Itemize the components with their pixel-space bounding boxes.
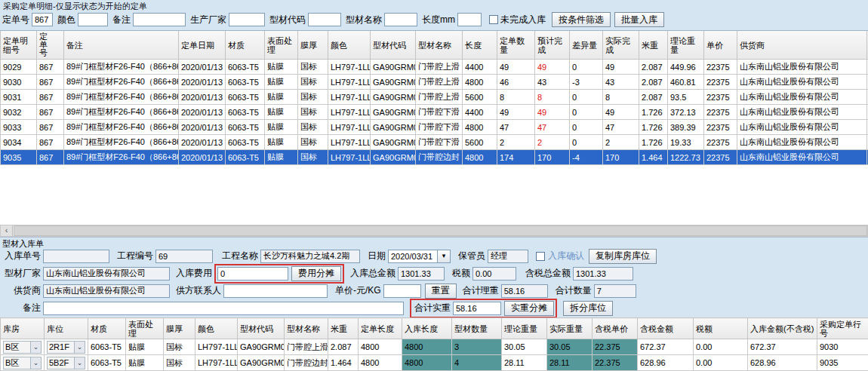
cell-line_no[interactable]: 9035 — [817, 355, 868, 371]
cell-t_weight[interactable]: 93.5 — [668, 90, 704, 105]
col-header-color[interactable]: 颜色 — [195, 318, 238, 339]
cell-id[interactable]: 9030 — [1, 75, 37, 90]
cell-diff[interactable]: 0 — [570, 90, 603, 105]
cell-amount_notax[interactable]: 628.96 — [748, 355, 817, 371]
cell-qty[interactable]: 47 — [497, 120, 535, 135]
col-header-t_weight[interactable]: 理论重量 — [502, 318, 547, 339]
cell-code[interactable]: GA90GRM03 — [371, 60, 416, 75]
col-header-expected[interactable]: 预计完成 — [535, 31, 570, 60]
order-row[interactable]: 903186789#门框型材F26-F40（866+867）2020/01/13… — [1, 90, 868, 105]
reset-button[interactable]: 重置 — [425, 284, 457, 299]
col-header-price_tax[interactable]: 含税单价 — [593, 318, 638, 339]
cell-material[interactable]: 6063-T5 — [226, 105, 265, 120]
cell-price[interactable]: 22375 — [704, 105, 737, 120]
cell-m_weight[interactable]: 1.464 — [639, 150, 668, 165]
cell-color[interactable]: LH797-1LL0 — [328, 135, 371, 150]
filter-length-input[interactable] — [457, 13, 482, 26]
col-header-amount_notax[interactable]: 入库金额(不含税) — [748, 318, 817, 339]
cell-surface[interactable]: 贴膜 — [126, 355, 164, 371]
cell-diff[interactable]: -3 — [570, 75, 603, 90]
contact-input[interactable] — [223, 284, 328, 298]
cell-color[interactable]: LH797-1LL0 — [328, 120, 371, 135]
cell-name[interactable]: 门带腔边封 — [285, 355, 328, 371]
cell-order_length[interactable]: 4800 — [359, 355, 402, 371]
cell-m_weight[interactable]: 1.726 — [639, 120, 668, 135]
cell-order_length[interactable]: 4800 — [359, 339, 402, 355]
cell-surface[interactable]: 贴膜 — [265, 120, 298, 135]
cell-material[interactable]: 6063-T5 — [88, 355, 126, 371]
col-header-color[interactable]: 颜色 — [328, 31, 371, 60]
cell-film[interactable]: 国标 — [164, 339, 195, 355]
col-header-id[interactable]: 定单明细号 — [1, 31, 37, 60]
cell-warehouse[interactable]: B区⌄ — [1, 339, 45, 355]
cell-t_weight[interactable]: 372.13 — [668, 105, 704, 120]
batch-inbound-button[interactable]: 批量入库 — [614, 12, 664, 27]
weight-share-button[interactable]: 实重分摊 — [504, 301, 554, 316]
cell-name[interactable]: 门带腔下滑 — [416, 105, 463, 120]
cell-name[interactable]: 门带腔上滑 — [416, 90, 463, 105]
cell-film[interactable]: 国标 — [298, 105, 328, 120]
cell-expected[interactable]: 47 — [535, 120, 570, 135]
scroll-left-button[interactable]: ‹ — [1, 225, 13, 236]
cell-price[interactable]: 22375 — [704, 75, 737, 90]
cell-date[interactable]: 2020/01/13 — [179, 120, 226, 135]
cell-remark[interactable]: 89#门框型材F26-F40（866+867） — [64, 60, 179, 75]
col-header-order_no[interactable]: 定单号 — [37, 31, 64, 60]
order-row[interactable]: 903486789#门框型材F26-F40（866+867）2020/01/13… — [1, 135, 868, 150]
cell-price[interactable]: 22375 — [704, 150, 737, 165]
cell-tax[interactable]: 0.00 — [694, 339, 748, 355]
cell-line_no[interactable]: 9030 — [817, 339, 868, 355]
cell-price[interactable]: 22375 — [704, 90, 737, 105]
cell-film[interactable]: 国标 — [298, 75, 328, 90]
order-row[interactable]: 903286789#门框型材F26-F40（866+867）2020/01/13… — [1, 105, 868, 120]
cell-expected[interactable]: 49 — [535, 105, 570, 120]
keeper-input[interactable] — [488, 250, 528, 263]
order-row[interactable]: 902986789#门框型材F26-F40（866+867）2020/01/13… — [1, 60, 868, 75]
cell-material[interactable]: 6063-T5 — [88, 339, 126, 355]
cell-warehouse[interactable]: B区⌄ — [1, 355, 45, 371]
cell-film[interactable]: 国标 — [164, 355, 195, 371]
cell-actual[interactable]: 2 — [603, 135, 639, 150]
cell-color[interactable]: LH797-1LL0 — [328, 105, 371, 120]
cell-qty[interactable]: 174 — [497, 150, 535, 165]
cell-diff[interactable]: 0 — [570, 135, 603, 150]
cell-code[interactable]: GA90GRM03 — [371, 75, 416, 90]
cell-supplier[interactable]: 山东南山铝业股份有限公司 — [737, 150, 867, 165]
total-actual-weight-input[interactable] — [453, 302, 501, 315]
project-no-input[interactable] — [155, 250, 213, 263]
cell-color[interactable]: LH797-1LL0 — [328, 75, 371, 90]
cell-film[interactable]: 国标 — [298, 60, 328, 75]
cell-qty[interactable]: 3 — [452, 339, 502, 355]
cell-material[interactable]: 6063-T5 — [226, 90, 265, 105]
col-header-supplier[interactable]: 供货商 — [737, 31, 867, 60]
cell-supplier[interactable]: 山东南山铝业股份有限公司 — [737, 105, 867, 120]
cell-length[interactable]: 4400 — [463, 60, 497, 75]
cell-qty[interactable]: 49 — [497, 105, 535, 120]
cell-in_length[interactable]: 4800 — [402, 339, 452, 355]
cell-length[interactable]: 4800 — [463, 150, 497, 165]
cell-date[interactable]: 2020/01/13 — [179, 135, 226, 150]
filter-profile-name-input[interactable] — [384, 13, 417, 26]
cell-material[interactable]: 6063-T5 — [226, 135, 265, 150]
cell-slot[interactable]: 5B2F⌄ — [45, 355, 88, 371]
col-header-material[interactable]: 材质 — [88, 318, 126, 339]
col-header-remark[interactable]: 备注 — [64, 31, 179, 60]
cell-date[interactable]: 2020/01/13 — [179, 60, 226, 75]
col-header-slot[interactable]: 库位 — [45, 318, 88, 339]
supplier-input[interactable] — [43, 284, 170, 298]
col-header-line_no[interactable]: 采购定单行号 — [817, 318, 868, 339]
cell-actual[interactable]: 43 — [603, 75, 639, 90]
cell-length[interactable]: 5600 — [463, 90, 497, 105]
order-row[interactable]: 903086789#门框型材F26-F40（866+867）2020/01/13… — [1, 75, 868, 90]
cell-order_no[interactable]: 867 — [37, 75, 64, 90]
col-header-in_length[interactable]: 入库长度 — [402, 318, 452, 339]
order-row[interactable]: 903586789#门框型材F26-F40（866+867）2020/01/13… — [1, 150, 868, 165]
cell-m_weight[interactable]: 2.087 — [639, 75, 668, 90]
col-header-a_weight[interactable]: 实际重量 — [547, 318, 593, 339]
cell-material[interactable]: 6063-T5 — [226, 75, 265, 90]
total-with-tax-input[interactable] — [573, 267, 633, 281]
cell-surface[interactable]: 贴膜 — [265, 135, 298, 150]
cell-qty[interactable]: 46 — [497, 75, 535, 90]
cell-qty[interactable]: 8 — [497, 90, 535, 105]
cell-code[interactable]: GA90GRM05 — [238, 355, 285, 371]
